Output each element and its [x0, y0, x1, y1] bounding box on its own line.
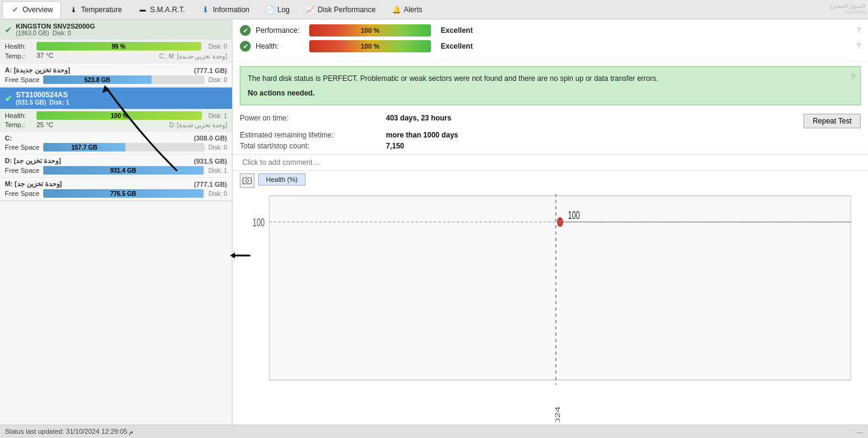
status-box: ? The hard disk status is PERFECT. Probl… [240, 66, 861, 105]
information-icon: ℹ [201, 5, 211, 15]
volume-m-freespace: Free Space 776.5 GB Disk: 0 [5, 189, 227, 198]
disk-size-kingston: (1863.0 GB) Disk: 0 [16, 30, 95, 36]
svg-text:100: 100 [568, 209, 580, 221]
performance-row: ✔ Performance: 100 % Excellent ? [240, 24, 861, 36]
disk-item-st31: ✔ ST31000524AS (931.5 GB) Disk: 1 Health… [0, 88, 232, 201]
temperature-icon: 🌡 [69, 5, 79, 15]
tab-alerts[interactable]: 🔔 Alerts [383, 1, 430, 18]
right-panel: ✔ Performance: 100 % Excellent ? ✔ Healt… [233, 19, 868, 425]
disk-vol-labels-kingston: C:, M: [وحدة تخزين جديدة] [159, 53, 227, 60]
start-stop-label: Total start/stop count: [240, 142, 386, 150]
disk-check-icon: ✔ [5, 25, 12, 35]
volume-m-bar: 776.5 GB [43, 189, 203, 198]
tab-information-label: Information [213, 5, 250, 14]
chart-section: Health (%) 100 [233, 171, 868, 425]
disk-size-st31: (931.5 GB) Disk: 1 [16, 99, 69, 106]
tab-temperature[interactable]: 🌡 Temperature [61, 1, 130, 18]
volume-c-bar: 157.7 GB [43, 143, 125, 151]
svg-text:19/10/2024: 19/10/2024 [554, 406, 561, 422]
health-bar: 100 % [309, 40, 431, 52]
chart-toolbar: Health (%) [240, 173, 861, 188]
overview-icon: ✔ [10, 5, 20, 15]
svg-point-7 [558, 218, 563, 226]
performance-help-icon[interactable]: ? [856, 26, 861, 35]
remaining-lifetime-label: Estimated remaining lifetime: [240, 131, 386, 139]
app-logo: السوق المفتوح opensooq [830, 4, 866, 15]
chart-container: 100 100 19/10/2024 [240, 190, 861, 422]
chart-tab-label: Health (%) [266, 176, 298, 183]
top-nav: ✔ Overview 🌡 Temperature ▬ S.M.A.R.T. ℹ … [0, 0, 868, 19]
volume-c-freespace: Free Space 157.7 GB Disk: 0 [5, 143, 227, 151]
start-stop-val: 7,150 [386, 142, 404, 150]
tab-overview-label: Overview [23, 5, 53, 14]
disk-selected-check-icon: ✔ [5, 94, 12, 103]
scrollbar-indicator: — [856, 428, 863, 436]
health-chart: 100 100 19/10/2024 [240, 190, 861, 422]
disk-perf-icon: 📈 [306, 5, 315, 15]
performance-check-icon: ✔ [240, 25, 251, 36]
health-bar-wrap: 100 % [309, 40, 431, 52]
health-status: Excellent [441, 42, 473, 50]
tab-temperature-label: Temperature [81, 5, 122, 14]
disk-header-kingston[interactable]: ✔ KINGSTON SNV2S2000G (1863.0 GB) Disk: … [0, 19, 232, 40]
comment-section [233, 154, 868, 171]
performance-bar-wrap: 100 % [309, 24, 431, 36]
volume-a-bar: 523.8 GB [43, 75, 152, 84]
svg-text:100: 100 [253, 216, 265, 228]
volume-d: D: [وحدة تخزين جد] (931.5 GB) Free Space… [0, 155, 232, 178]
info-section: Power on time: 403 days, 23 hours Repeat… [233, 110, 868, 154]
comment-input[interactable] [240, 156, 861, 169]
volume-m: M: [وحدة تخزين جد] (777.1 GB) Free Space… [0, 178, 232, 201]
tab-alerts-label: Alerts [404, 5, 422, 14]
status-message: The hard disk status is PERFECT. Problem… [248, 73, 853, 84]
remaining-lifetime-row: Estimated remaining lifetime: more than … [240, 131, 861, 139]
chart-disk-icon[interactable] [240, 173, 254, 188]
remaining-lifetime-val: more than 1000 days [386, 131, 458, 139]
disk-num-st31-health: Disk: 1 [208, 113, 227, 119]
tab-disk-performance[interactable]: 📈 Disk Performance [298, 1, 383, 18]
alerts-icon: 🔔 [391, 5, 401, 15]
tab-overview[interactable]: ✔ Overview [2, 1, 61, 18]
tab-log-label: Log [278, 5, 290, 14]
repeat-test-button[interactable]: Repeat Test [803, 114, 861, 128]
power-on-time-val: 403 days, 23 hours [386, 114, 451, 122]
health-row-kingston: Health: 99 % Disk: 0 [5, 42, 227, 50]
power-on-time-row: Power on time: 403 days, 23 hours Repeat… [240, 114, 861, 128]
chart-tab-health[interactable]: Health (%) [258, 173, 306, 186]
health-help-icon[interactable]: ? [856, 42, 861, 50]
tab-smart[interactable]: ▬ S.M.A.R.T. [130, 1, 192, 18]
health-label: Health: [256, 42, 304, 50]
health-check-icon: ✔ [240, 41, 251, 52]
health-bar-kingston: 99 % [37, 42, 201, 50]
status-help-icon[interactable]: ? [850, 71, 855, 83]
smart-icon: ▬ [138, 5, 147, 15]
status-bar-text: Status last updated: 31/10/2024 12:29:05… [5, 428, 133, 436]
metrics-section: ✔ Performance: 100 % Excellent ? ✔ Healt… [233, 19, 868, 61]
tab-log[interactable]: 📄 Log [257, 1, 298, 18]
volume-a: A: [وحدة تخزين جديدة] (777.1 GB) Free Sp… [0, 64, 232, 87]
status-bar: Status last updated: 31/10/2024 12:29:05… [0, 425, 868, 438]
disk-header-st31[interactable]: ✔ ST31000524AS (931.5 GB) Disk: 1 [0, 88, 232, 109]
performance-label: Performance: [256, 26, 304, 35]
svg-point-1 [246, 179, 249, 182]
sidebar: ✔ KINGSTON SNV2S2000G (1863.0 GB) Disk: … [0, 19, 233, 425]
status-action: No actions needed. [248, 88, 853, 99]
tab-information[interactable]: ℹ Information [193, 1, 257, 18]
disk-stats-kingston: Health: 99 % Disk: 0 Temp.: 37 °C [0, 40, 232, 64]
tab-smart-label: S.M.A.R.T. [150, 5, 184, 14]
disk-name-kingston: KINGSTON SNV2S2000G [16, 23, 95, 30]
disk-stats-st31: Health: 100 % Disk: 1 Temp.: 25 °C D: [و… [0, 109, 232, 132]
log-icon: 📄 [265, 5, 275, 15]
disk-item-kingston: ✔ KINGSTON SNV2S2000G (1863.0 GB) Disk: … [0, 19, 232, 88]
temp-row-kingston: Temp.: 37 °C C:, M: [وحدة تخزين جديدة] [5, 52, 227, 60]
health-row: ✔ Health: 100 % Excellent ? [240, 40, 861, 52]
temp-row-st31: Temp.: 25 °C D: [وحدة تخزين جديدة] [5, 121, 227, 128]
disk-num-kingston-health: Disk: 0 [208, 43, 227, 50]
disk-vol-labels-st31: D: [وحدة تخزين جديدة] [169, 122, 227, 128]
svg-rect-0 [243, 178, 251, 184]
volume-a-freespace: Free Space 523.8 GB Disk: 0 [5, 75, 227, 84]
start-stop-row: Total start/stop count: 7,150 [240, 142, 861, 150]
tab-disk-performance-label: Disk Performance [318, 5, 376, 14]
performance-status: Excellent [441, 26, 473, 35]
volume-c: C: (308.0 GB) Free Space 157.7 GB Disk: … [0, 132, 232, 155]
